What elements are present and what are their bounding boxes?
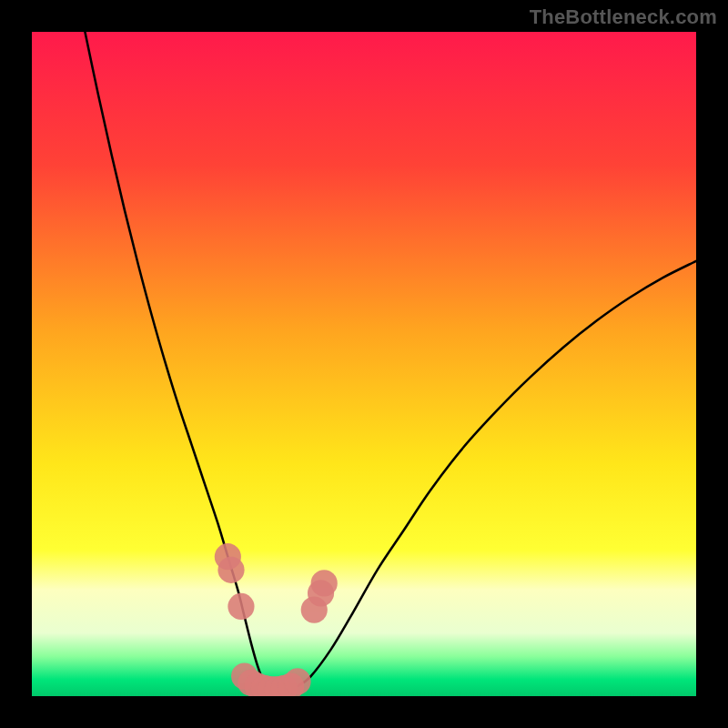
highlight-marker xyxy=(217,557,244,583)
markers-layer xyxy=(32,32,696,696)
highlight-marker xyxy=(311,570,338,596)
watermark-text: TheBottleneck.com xyxy=(530,5,717,29)
highlight-marker xyxy=(228,593,254,620)
plot-area xyxy=(32,32,696,696)
highlight-marker xyxy=(284,668,310,694)
chart-frame: TheBottleneck.com xyxy=(0,0,728,728)
